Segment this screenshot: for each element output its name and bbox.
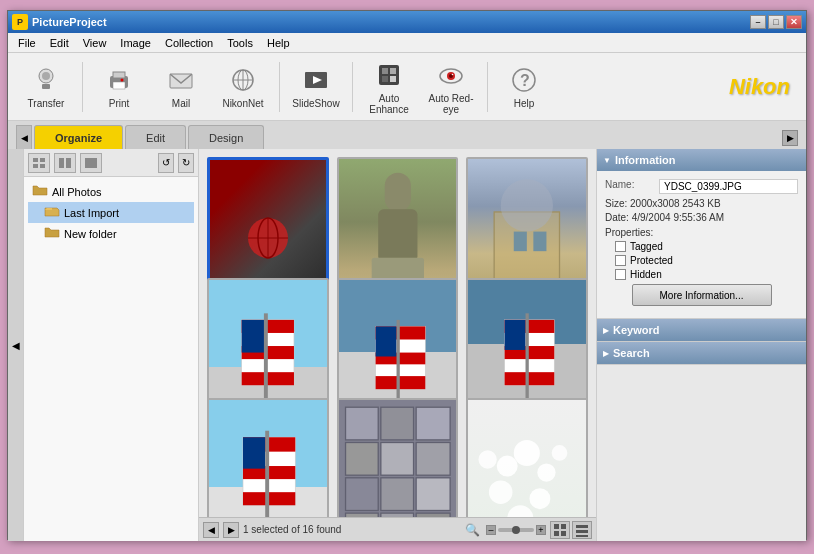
svg-rect-93: [576, 525, 588, 528]
tree-item-all-photos[interactable]: All Photos: [28, 181, 194, 202]
sidebar-view-btn-3[interactable]: [80, 153, 102, 173]
tab-organize[interactable]: Organize: [34, 125, 123, 149]
information-header[interactable]: ▼ Information: [597, 149, 806, 171]
sidebar-collapse-arrow[interactable]: ◀: [8, 149, 24, 541]
thumbnail-9[interactable]: [466, 398, 588, 517]
svg-rect-48: [264, 314, 268, 406]
search-header[interactable]: ▶ Search: [597, 342, 806, 364]
help-icon: ?: [508, 64, 540, 96]
svg-rect-66: [265, 430, 269, 517]
menu-help[interactable]: Help: [261, 36, 296, 50]
auto-enhance-button[interactable]: Auto Enhance: [359, 58, 419, 116]
sidebar-refresh-btn[interactable]: ↺: [158, 153, 174, 173]
svg-rect-17: [382, 76, 388, 82]
window-title: PictureProject: [32, 16, 750, 28]
protected-checkbox[interactable]: [615, 255, 626, 266]
image-status-bar: ◀ ▶ 1 selected of 16 found 🔍 – +: [199, 517, 596, 541]
maximize-button[interactable]: □: [768, 15, 784, 29]
svg-rect-41: [514, 232, 527, 252]
svg-rect-92: [561, 531, 566, 536]
more-info-button[interactable]: More Information...: [632, 284, 772, 306]
print-icon: [103, 64, 135, 96]
tagged-label: Tagged: [630, 241, 663, 252]
svg-rect-42: [534, 232, 547, 252]
image-area: ◀ ▶ 1 selected of 16 found 🔍 – +: [199, 149, 596, 541]
help-button[interactable]: ? Help: [494, 58, 554, 116]
nikonnet-button[interactable]: NikonNet: [213, 58, 273, 116]
protected-label: Protected: [630, 255, 673, 266]
svg-rect-90: [561, 524, 566, 529]
print-label: Print: [109, 98, 130, 109]
view-list-btn[interactable]: [572, 521, 592, 539]
title-bar: P PictureProject – □ ✕: [8, 11, 806, 33]
menu-image[interactable]: Image: [114, 36, 157, 50]
auto-red-eye-button[interactable]: Auto Red-eye: [421, 58, 481, 116]
sidebar-view-btn-2[interactable]: [54, 153, 76, 173]
svg-point-22: [452, 73, 454, 75]
svg-point-40: [501, 179, 553, 231]
information-arrow: ▼: [603, 156, 611, 165]
svg-rect-25: [33, 158, 38, 162]
search-section: ▶ Search: [597, 342, 806, 365]
svg-rect-68: [380, 407, 413, 440]
menu-collection[interactable]: Collection: [159, 36, 219, 50]
tab-right-arrow[interactable]: ▶: [782, 130, 798, 146]
svg-rect-70: [345, 442, 378, 475]
svg-point-82: [489, 480, 513, 504]
tab-design[interactable]: Design: [188, 125, 264, 149]
svg-point-84: [508, 505, 534, 517]
zoom-thumb[interactable]: [512, 526, 520, 534]
tab-left-arrow[interactable]: ◀: [16, 125, 32, 149]
svg-rect-2: [42, 84, 50, 89]
sidebar-view-btn-1[interactable]: [28, 153, 50, 173]
menu-view[interactable]: View: [77, 36, 113, 50]
svg-rect-65: [243, 437, 265, 468]
slideshow-label: SlideShow: [292, 98, 339, 109]
svg-rect-16: [390, 68, 396, 74]
slideshow-button[interactable]: SlideShow: [286, 58, 346, 116]
svg-point-80: [514, 440, 540, 466]
hidden-label: Hidden: [630, 269, 662, 280]
menu-edit[interactable]: Edit: [44, 36, 75, 50]
svg-point-6: [121, 79, 124, 82]
help-label: Help: [514, 98, 535, 109]
keyword-header[interactable]: ▶ Keyword: [597, 319, 806, 341]
minimize-button[interactable]: –: [750, 15, 766, 29]
tree-item-last-import[interactable]: Last Import: [28, 202, 194, 223]
svg-rect-47: [242, 320, 266, 353]
svg-rect-94: [576, 530, 588, 533]
thumbnail-7[interactable]: [207, 398, 329, 517]
mail-button[interactable]: Mail: [151, 58, 211, 116]
main-content: ◀ ↺ ↻: [8, 149, 806, 541]
svg-rect-36: [384, 173, 410, 212]
status-prev-btn[interactable]: ◀: [203, 522, 219, 538]
name-label: Name:: [605, 179, 655, 194]
status-search-btn[interactable]: 🔍: [462, 521, 482, 539]
nikonnet-label: NikonNet: [222, 98, 263, 109]
tree-item-new-folder[interactable]: New folder: [28, 223, 194, 244]
transfer-button[interactable]: Transfer: [16, 58, 76, 116]
svg-point-81: [538, 463, 556, 481]
thumbnail-8[interactable]: [337, 398, 459, 517]
zoom-in-btn[interactable]: +: [536, 525, 546, 535]
image-grid: [199, 149, 596, 517]
close-button[interactable]: ✕: [786, 15, 802, 29]
folder-icon: [32, 183, 48, 200]
hidden-row: Hidden: [605, 269, 798, 280]
sidebar: ↺ ↻ All Photos Last Import: [24, 149, 199, 541]
status-play-btn[interactable]: ▶: [223, 522, 239, 538]
right-panel: ▼ Information Name: YDSC_0399.JPG Size: …: [596, 149, 806, 541]
view-grid-btn[interactable]: [550, 521, 570, 539]
tab-edit[interactable]: Edit: [125, 125, 186, 149]
sidebar-forward-btn[interactable]: ↻: [178, 153, 194, 173]
keyword-section: ▶ Keyword: [597, 319, 806, 342]
keyword-header-text: Keyword: [613, 324, 659, 336]
zoom-out-btn[interactable]: –: [486, 525, 496, 535]
zoom-slider: – +: [486, 524, 546, 536]
hidden-checkbox[interactable]: [615, 269, 626, 280]
menu-tools[interactable]: Tools: [221, 36, 259, 50]
menu-file[interactable]: File: [12, 36, 42, 50]
tagged-checkbox[interactable]: [615, 241, 626, 252]
auto-red-eye-icon: [435, 59, 467, 91]
print-button[interactable]: Print: [89, 58, 149, 116]
